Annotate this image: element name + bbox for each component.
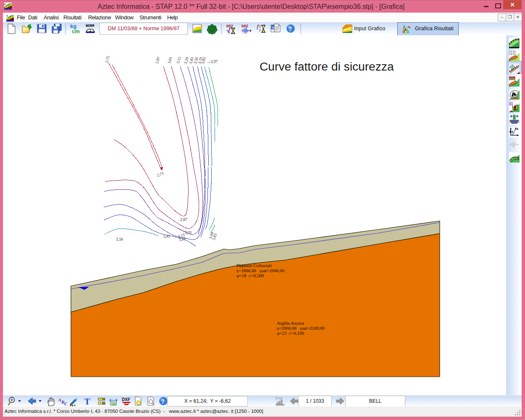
- svg-text:?: ?: [162, 398, 165, 405]
- svg-text:2,75: 2,75: [156, 171, 164, 178]
- svg-text:NORM: NORM: [86, 24, 94, 28]
- svg-text:3,42: 3,42: [163, 234, 171, 239]
- svg-text:2,75: 2,75: [104, 55, 110, 63]
- svg-text:7: 7: [228, 31, 231, 34]
- svg-text:DPZ: DPZ: [242, 24, 248, 29]
- svg-text:γ=1800,00 γsat=2000,00: γ=1800,00 γsat=2000,00: [236, 268, 285, 273]
- svg-text:C: C: [64, 401, 68, 406]
- svg-text:2,87: 2,87: [155, 56, 160, 64]
- svg-text:→3,97: →3,97: [207, 60, 218, 64]
- svg-text:DXF: DXF: [122, 397, 130, 402]
- svg-text:Ea: Ea: [509, 130, 513, 133]
- svg-text:φ=18 c=0,500: φ=18 c=0,500: [236, 273, 264, 278]
- svg-text:?: ?: [289, 26, 292, 32]
- svg-text:Depositi Colluviali: Depositi Colluviali: [236, 263, 272, 268]
- svg-text:γ=2000,00 γsat=2100,00: γ=2000,00 γsat=2100,00: [276, 326, 325, 331]
- svg-text:φ=23 c=0,100: φ=23 c=0,100: [277, 331, 304, 336]
- svg-text:T: T: [84, 397, 90, 406]
- svg-text:2: 2: [259, 24, 261, 29]
- svg-text:FS: FS: [278, 397, 282, 400]
- svg-text:3,01: 3,01: [167, 56, 173, 64]
- svg-text:2,87: 2,87: [180, 218, 187, 222]
- svg-text:cm: cm: [72, 28, 80, 34]
- svg-text:3,15: 3,15: [176, 56, 181, 64]
- svg-text:?: ?: [275, 396, 278, 401]
- svg-text:Curve fattore di sicurezza: Curve fattore di sicurezza: [260, 60, 394, 73]
- svg-text:Argilla Azzura: Argilla Azzura: [277, 320, 304, 326]
- svg-text:7: 7: [259, 29, 261, 33]
- svg-text:SD: SD: [111, 402, 116, 406]
- svg-text:3,29: 3,29: [178, 236, 186, 242]
- svg-text:3,56: 3,56: [116, 237, 123, 242]
- svg-text:3,01: 3,01: [185, 231, 192, 235]
